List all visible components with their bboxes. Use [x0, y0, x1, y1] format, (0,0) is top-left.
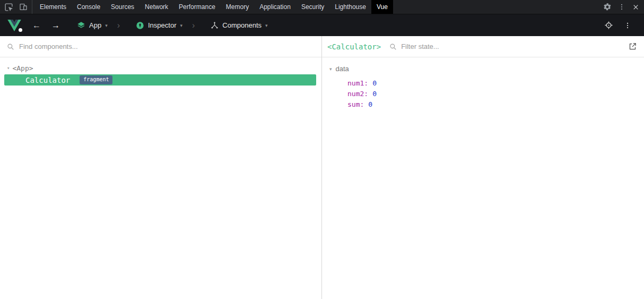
data-section-label: data [336, 65, 349, 73]
state-entry[interactable]: sum 0 [347, 99, 644, 109]
vue-menu-dots-icon[interactable] [619, 20, 637, 31]
tab-network[interactable]: Network [140, 0, 173, 14]
inspector-label: Inspector [148, 21, 176, 29]
open-in-editor-icon[interactable] [626, 40, 639, 53]
breadcrumb-chevron-icon: › [117, 21, 120, 30]
device-toolbar-icon[interactable] [16, 0, 30, 14]
breadcrumb-chevron-icon: › [192, 21, 195, 30]
state-value: 0 [372, 90, 377, 98]
state-entries: num1 0 num2 0 sum 0 [329, 73, 644, 109]
tab-sources[interactable]: Sources [106, 0, 140, 14]
tab-performance[interactable]: Performance [173, 0, 221, 14]
component-tag-app: <App> [12, 64, 33, 72]
tab-memory[interactable]: Memory [221, 0, 254, 14]
state-entry[interactable]: num2 0 [347, 88, 644, 99]
filter-state-bar [389, 42, 626, 50]
find-components-input[interactable] [19, 42, 315, 50]
settings-gear-icon[interactable] [600, 0, 614, 14]
forward-arrow-icon[interactable]: → [48, 19, 63, 32]
data-section-toggle[interactable]: ▾ data [329, 65, 644, 73]
devtools-right-icons [600, 0, 644, 14]
component-name: Calculator [25, 76, 70, 84]
components-tree-panel: ▾ <App> Calculator fragment [0, 36, 322, 299]
vue-toolbar: ← → App ▾ › Inspector ▾ › Components ▾ [0, 14, 644, 36]
select-component-target-icon[interactable] [599, 19, 619, 32]
devtools-left-icons [0, 0, 32, 14]
component-tree: ▾ <App> Calculator fragment [0, 57, 321, 86]
devtools-tabs: Elements Console Sources Network Perform… [32, 0, 600, 14]
state-body: ▾ data num1 0 num2 0 sum 0 [322, 57, 644, 109]
inspector-icon [136, 21, 144, 30]
state-panel-header: <Calculator> [322, 36, 644, 57]
component-state-panel: <Calculator> ▾ data [322, 36, 644, 299]
find-components-bar [0, 36, 321, 57]
filter-state-input[interactable] [401, 42, 626, 50]
tab-elements[interactable]: Elements [34, 0, 72, 14]
chevron-down-icon: ▾ [180, 22, 182, 28]
search-icon [389, 43, 397, 50]
tree-item-calculator-selected[interactable]: Calculator fragment [4, 74, 316, 86]
state-value: 0 [368, 100, 372, 108]
layers-icon [77, 21, 85, 30]
tab-lighthouse[interactable]: Lighthouse [329, 0, 371, 14]
main-content: ▾ <App> Calculator fragment <Calculator> [0, 36, 644, 299]
status-dot [19, 28, 22, 32]
app-selector-label: App [89, 21, 101, 29]
vue-logo-icon [7, 20, 22, 31]
close-icon[interactable] [629, 0, 643, 14]
back-arrow-icon[interactable]: ← [29, 19, 44, 32]
component-tree-icon [211, 21, 219, 29]
tab-application[interactable]: Application [254, 0, 296, 14]
tab-console[interactable]: Console [72, 0, 106, 14]
state-key: num1 [347, 79, 368, 87]
state-value: 0 [372, 79, 377, 87]
components-dropdown[interactable]: Components ▾ [211, 21, 267, 29]
caret-down-icon[interactable]: ▾ [7, 65, 10, 71]
tab-vue[interactable]: Vue [371, 0, 393, 14]
chevron-down-icon: ▾ [265, 22, 268, 28]
state-key: sum [347, 100, 364, 108]
fragment-badge: fragment [80, 75, 112, 84]
tree-item-app[interactable]: ▾ <App> [0, 63, 321, 73]
devtools-tab-bar: Elements Console Sources Network Perform… [0, 0, 644, 14]
state-entry[interactable]: num1 0 [347, 78, 644, 88]
inspector-dropdown[interactable]: Inspector ▾ [136, 21, 182, 30]
components-label: Components [222, 21, 262, 29]
tab-security[interactable]: Security [296, 0, 329, 14]
chevron-down-icon: ▾ [105, 22, 108, 28]
selected-component-tag: <Calculator> [327, 42, 381, 51]
devtools-menu-dots-icon[interactable] [614, 0, 629, 14]
search-icon [7, 43, 14, 50]
inspect-element-icon[interactable] [2, 0, 16, 14]
app-selector-dropdown[interactable]: App ▾ [77, 21, 108, 30]
caret-down-icon[interactable]: ▾ [329, 66, 332, 72]
state-key: num2 [347, 90, 368, 98]
